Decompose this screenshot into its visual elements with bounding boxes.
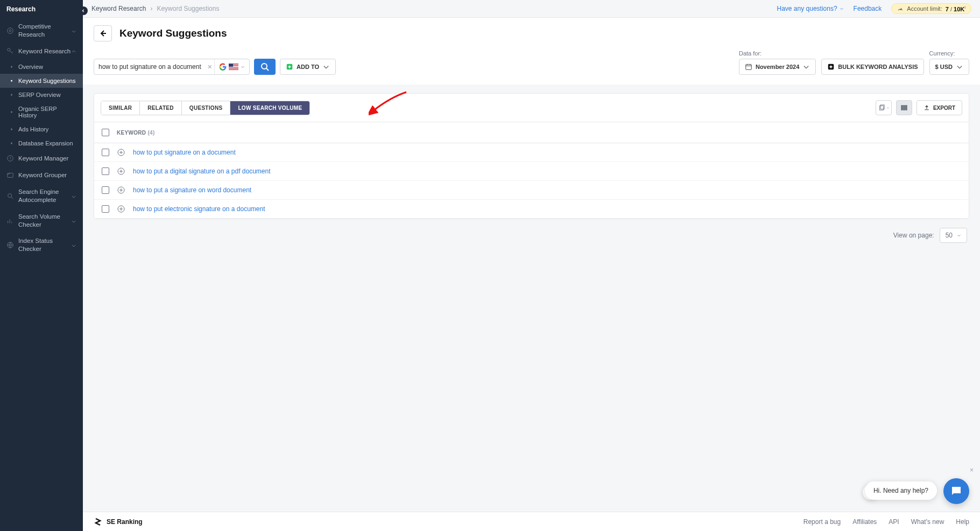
columns-button[interactable]	[896, 100, 912, 115]
svg-rect-11	[879, 106, 883, 110]
keyword-link[interactable]: how to put a digital signature on a pdf …	[133, 167, 271, 175]
key-icon	[6, 47, 14, 55]
add-icon	[286, 63, 293, 71]
keyword-input[interactable]	[98, 63, 206, 71]
tab-questions[interactable]: QUESTIONS	[182, 101, 231, 115]
page-size-selector[interactable]: 50	[940, 228, 967, 243]
currency-label: Currency:	[929, 50, 969, 57]
chevron-down-icon	[71, 242, 76, 248]
calendar-icon	[745, 63, 752, 71]
chevron-down-icon	[322, 63, 330, 71]
arrow-annotation	[369, 89, 412, 116]
chevron-down-icon	[956, 63, 963, 71]
footer-report-bug[interactable]: Report a bug	[803, 518, 841, 526]
nav-keyword-grouper[interactable]: Keyword Grouper	[0, 167, 83, 184]
copy-button[interactable]	[876, 100, 892, 115]
data-for-label: Data for:	[739, 50, 816, 57]
row-checkbox[interactable]	[102, 149, 109, 156]
bulk-analysis-button[interactable]: BULK KEYWORD ANALYSIS	[821, 59, 923, 75]
nav-keyword-research[interactable]: Keyword Research	[0, 43, 83, 60]
data-for-selector[interactable]: November 2024	[739, 59, 816, 75]
add-keyword-button[interactable]	[117, 167, 125, 176]
back-button[interactable]	[94, 25, 112, 41]
tab-related[interactable]: RELATED	[140, 101, 182, 115]
gauge-icon	[897, 5, 904, 12]
questions-link[interactable]: Have any questions?	[777, 5, 844, 12]
content: SIMILAR RELATED QUESTIONS LOW SEARCH VOL…	[83, 85, 980, 260]
sub-keyword-suggestions[interactable]: Keyword Suggestions	[0, 74, 83, 88]
chevron-down-icon	[71, 28, 76, 33]
sidebar-collapse-button[interactable]	[79, 6, 88, 15]
nav-search-volume-checker[interactable]: Search Volume Checker	[0, 208, 83, 233]
footer-affiliates[interactable]: Affiliates	[852, 518, 877, 526]
columns-icon	[900, 104, 908, 111]
footer-brand[interactable]: SE Ranking	[94, 518, 143, 526]
target-icon	[6, 27, 14, 34]
keyword-link[interactable]: how to put a signature on word document	[133, 186, 251, 194]
add-keyword-button[interactable]	[117, 148, 125, 157]
feedback-link[interactable]: Feedback	[854, 5, 882, 12]
svg-rect-13	[901, 106, 903, 110]
select-all-checkbox[interactable]	[102, 129, 109, 136]
breadcrumb-parent[interactable]: Keyword Research	[91, 5, 146, 12]
th-keyword[interactable]: KEYWORD (4)	[117, 130, 155, 136]
sidebar: Research Competitive Research Keyword Re…	[0, 0, 83, 531]
header-area: Keyword Suggestions ×	[83, 18, 980, 85]
sub-serp-overview[interactable]: SERP Overview	[0, 88, 83, 102]
currency-selector[interactable]: $ USD	[929, 59, 969, 75]
export-button[interactable]: EXPORT	[916, 100, 962, 115]
keyword-link[interactable]: how to put electronic signature on a doc…	[133, 205, 265, 213]
row-checkbox[interactable]	[102, 205, 109, 213]
results-panel: SIMILAR RELATED QUESTIONS LOW SEARCH VOL…	[94, 93, 969, 219]
table-header: KEYWORD (4)	[94, 122, 969, 143]
search-button[interactable]	[254, 59, 276, 75]
topbar: Keyword Research › Keyword Suggestions H…	[83, 0, 980, 18]
nav-competitive-research[interactable]: Competitive Research	[0, 18, 83, 43]
chat-dismiss[interactable]: ×	[970, 466, 974, 474]
row-checkbox[interactable]	[102, 167, 109, 175]
chevron-right-icon: ›	[150, 5, 152, 12]
account-limit-badge[interactable]: Account limit: 7 / 10Ki	[891, 3, 971, 14]
footer-help[interactable]: Help	[956, 518, 969, 526]
sub-database-expansion[interactable]: Database Expansion	[0, 136, 83, 150]
sub-organic-serp-history[interactable]: Organic SERP History	[0, 102, 83, 122]
svg-rect-14	[904, 106, 905, 110]
page-title: Keyword Suggestions	[119, 27, 227, 39]
breadcrumb: Keyword Research › Keyword Suggestions	[91, 5, 219, 12]
clear-input-button[interactable]: ×	[206, 62, 214, 71]
search-icon	[260, 62, 269, 71]
row-checkbox[interactable]	[102, 186, 109, 194]
nav-index-status-checker[interactable]: Index Status Checker	[0, 233, 83, 257]
keyword-search-box[interactable]: ×	[94, 59, 250, 75]
svg-rect-15	[906, 106, 907, 110]
keyword-link[interactable]: how to put signature on a document	[133, 149, 236, 156]
svg-point-7	[262, 64, 267, 69]
nav-keyword-manager[interactable]: Keyword Manager	[0, 150, 83, 167]
chat-button[interactable]	[943, 478, 969, 504]
chevron-down-icon	[241, 65, 245, 69]
add-to-button[interactable]: ADD TO	[280, 59, 336, 75]
svg-rect-9	[746, 65, 752, 70]
footer-whats-new[interactable]: What's new	[911, 518, 944, 526]
tab-low-search-volume[interactable]: LOW SEARCH VOLUME	[230, 101, 309, 115]
sub-overview[interactable]: Overview	[0, 60, 83, 74]
svg-point-5	[8, 193, 12, 197]
nav-search-autocomplete[interactable]: Search Engine Autocomplete	[0, 184, 83, 208]
table-row: how to put electronic signature on a doc…	[94, 200, 969, 219]
copy-icon	[878, 104, 885, 111]
footer-api[interactable]: API	[889, 518, 899, 526]
us-flag-icon	[229, 64, 238, 70]
add-keyword-button[interactable]	[117, 205, 125, 213]
table-row: how to put a digital signature on a pdf …	[94, 162, 969, 181]
sub-ads-history[interactable]: Ads History	[0, 122, 83, 136]
add-keyword-button[interactable]	[117, 186, 125, 194]
svg-point-1	[9, 30, 11, 32]
search-engine-selector[interactable]	[214, 59, 245, 74]
svg-point-0	[8, 28, 13, 34]
chevron-down-icon	[71, 218, 76, 223]
breadcrumb-current: Keyword Suggestions	[157, 5, 219, 12]
sub-nav: Overview Keyword Suggestions SERP Overvi…	[0, 60, 83, 150]
tab-similar[interactable]: SIMILAR	[101, 101, 140, 115]
upload-icon	[923, 104, 930, 111]
chevron-down-icon	[840, 6, 844, 11]
